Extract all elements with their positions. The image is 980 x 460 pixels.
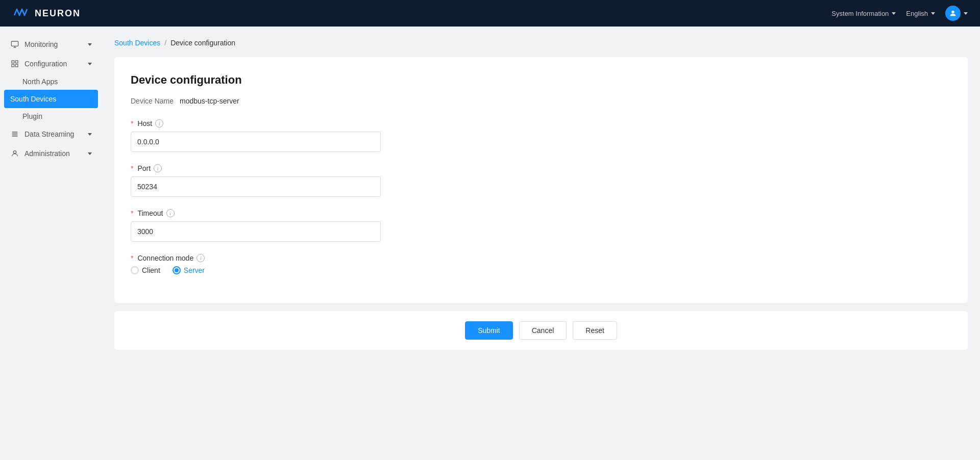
breadcrumb-parent[interactable]: South Devices [114, 39, 160, 47]
logo: NEURON [12, 4, 81, 22]
radio-server[interactable]: Server [173, 266, 205, 274]
avatar [945, 6, 961, 21]
host-label: * Host i [131, 119, 951, 127]
svg-rect-7 [15, 64, 18, 67]
connection-mode-radio-group: Client Server [131, 266, 951, 274]
host-required-star: * [131, 119, 133, 127]
device-name-row: Device Name modbus-tcp-server [131, 97, 951, 105]
connection-mode-required-star: * [131, 254, 133, 262]
app-header: NEURON System Information English [0, 0, 980, 27]
logo-text: NEURON [35, 8, 81, 19]
app-body: Monitoring Configuration North Apps Sout… [0, 0, 980, 460]
device-name-value: modbus-tcp-server [180, 97, 239, 105]
user-chevron-icon [964, 12, 968, 15]
radio-server-circle [173, 266, 181, 274]
data-streaming-chevron-icon [88, 133, 92, 136]
reset-button[interactable]: Reset [573, 321, 617, 340]
port-label: * Port i [131, 164, 951, 172]
neuron-logo-icon [12, 4, 31, 22]
sidebar-item-administration[interactable]: Administration [0, 144, 102, 163]
configuration-chevron-icon [88, 63, 92, 65]
administration-icon [10, 149, 19, 158]
port-required-star: * [131, 164, 133, 172]
port-info-icon[interactable]: i [154, 164, 162, 172]
breadcrumb-separator: / [164, 39, 166, 47]
timeout-field-group: * Timeout i [131, 209, 951, 242]
port-field-group: * Port i [131, 164, 951, 197]
system-info-button[interactable]: System Information [831, 10, 896, 17]
device-config-card: Device configuration Device Name modbus-… [114, 57, 968, 303]
main-content: South Devices / Device configuration Dev… [102, 27, 980, 460]
host-field-group: * Host i [131, 119, 951, 152]
language-button[interactable]: English [906, 10, 935, 17]
system-info-chevron-icon [892, 12, 896, 15]
svg-rect-5 [15, 61, 18, 63]
timeout-label: * Timeout i [131, 209, 951, 217]
svg-rect-6 [12, 64, 14, 67]
page-title: Device configuration [131, 73, 951, 87]
port-input[interactable] [131, 176, 381, 197]
svg-rect-4 [12, 61, 14, 63]
breadcrumb-current: Device configuration [170, 39, 235, 47]
host-info-icon[interactable]: i [155, 119, 163, 127]
sidebar-item-north-apps[interactable]: North Apps [0, 73, 102, 90]
cancel-button[interactable]: Cancel [519, 321, 567, 340]
user-menu-button[interactable] [945, 6, 968, 21]
timeout-input[interactable] [131, 221, 381, 242]
language-chevron-icon [931, 12, 935, 15]
svg-point-8 [13, 151, 16, 154]
action-card: Submit Cancel Reset [114, 311, 968, 350]
monitoring-chevron-icon [88, 43, 92, 46]
radio-client-circle [131, 266, 139, 274]
host-input[interactable] [131, 132, 381, 152]
monitoring-icon [10, 40, 19, 49]
timeout-info-icon[interactable]: i [166, 209, 175, 217]
timeout-required-star: * [131, 209, 133, 217]
submit-button[interactable]: Submit [465, 321, 513, 340]
breadcrumb: South Devices / Device configuration [114, 39, 968, 47]
sidebar-item-data-streaming[interactable]: Data Streaming [0, 124, 102, 144]
sidebar: Monitoring Configuration North Apps Sout… [0, 27, 102, 460]
data-streaming-icon [10, 130, 19, 139]
connection-mode-label: * Connection mode i [131, 254, 951, 262]
connection-mode-info-icon[interactable]: i [197, 254, 205, 262]
sidebar-item-configuration[interactable]: Configuration [0, 54, 102, 73]
header-controls: System Information English [831, 6, 968, 21]
device-name-label: Device Name [131, 97, 174, 105]
configuration-icon [10, 59, 19, 68]
svg-rect-1 [11, 41, 18, 46]
sidebar-item-monitoring[interactable]: Monitoring [0, 35, 102, 54]
radio-client[interactable]: Client [131, 266, 160, 274]
sidebar-item-plugin[interactable]: Plugin [0, 108, 102, 124]
sidebar-item-south-devices[interactable]: South Devices [4, 90, 98, 108]
svg-point-0 [951, 11, 954, 13]
administration-chevron-icon [88, 152, 92, 155]
connection-mode-field-group: * Connection mode i Client Server [131, 254, 951, 274]
